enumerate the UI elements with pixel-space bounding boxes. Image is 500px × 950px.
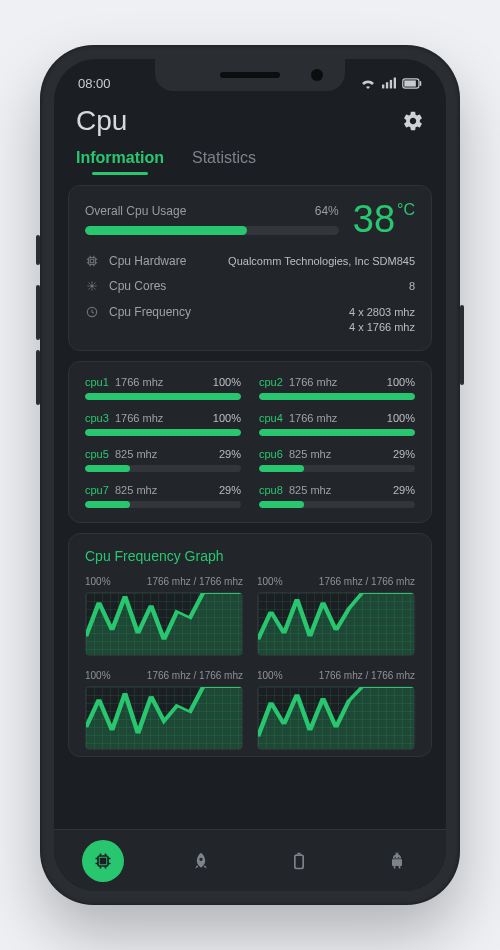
tab-information[interactable]: Information bbox=[76, 149, 164, 175]
svg-point-17 bbox=[90, 285, 94, 289]
cpu-graph-1: 100% 1766 mhz / 1766 mhz bbox=[85, 576, 243, 656]
svg-rect-3 bbox=[394, 78, 396, 89]
android-icon bbox=[387, 851, 407, 871]
page-title: Cpu bbox=[76, 105, 127, 137]
nav-cpu[interactable] bbox=[82, 840, 124, 882]
frequency-graph-card: Cpu Frequency Graph 100% 1766 mhz / 1766… bbox=[68, 533, 432, 757]
clock: 08:00 bbox=[78, 76, 111, 91]
svg-rect-41 bbox=[295, 855, 303, 868]
tab-statistics[interactable]: Statistics bbox=[192, 149, 256, 175]
svg-rect-32 bbox=[101, 858, 106, 863]
rocket-icon bbox=[191, 851, 211, 871]
cpu-temperature: 38°C bbox=[353, 200, 415, 238]
svg-rect-1 bbox=[386, 82, 388, 88]
nav-boost[interactable] bbox=[180, 840, 222, 882]
svg-line-25 bbox=[94, 283, 96, 285]
signal-icon bbox=[382, 77, 396, 89]
core-8: cpu8 825 mhz 29% bbox=[259, 484, 415, 508]
cpu-graph-4: 100% 1766 mhz / 1766 mhz bbox=[257, 670, 415, 750]
core-2: cpu2 1766 mhz 100% bbox=[259, 376, 415, 400]
svg-marker-28 bbox=[258, 593, 414, 655]
device-notch bbox=[155, 59, 345, 91]
cpu-graph-3: 100% 1766 mhz / 1766 mhz bbox=[85, 670, 243, 750]
battery-icon bbox=[402, 78, 422, 89]
chip-icon bbox=[93, 851, 113, 871]
wifi-icon bbox=[360, 77, 376, 89]
battery-icon bbox=[289, 851, 309, 871]
settings-icon[interactable] bbox=[402, 110, 424, 132]
core-3: cpu3 1766 mhz 100% bbox=[85, 412, 241, 436]
cpu-graph-2: 100% 1766 mhz / 1766 mhz bbox=[257, 576, 415, 656]
svg-rect-2 bbox=[390, 80, 392, 89]
core-1: cpu1 1766 mhz 100% bbox=[85, 376, 241, 400]
core-5: cpu5 825 mhz 29% bbox=[85, 448, 241, 472]
chip-icon bbox=[85, 254, 99, 268]
core-7: cpu7 825 mhz 29% bbox=[85, 484, 241, 508]
svg-rect-5 bbox=[404, 80, 416, 86]
svg-rect-0 bbox=[382, 85, 384, 89]
tabs: Information Statistics bbox=[54, 139, 446, 179]
cores-row: Cpu Cores 8 bbox=[85, 279, 415, 294]
bottom-nav bbox=[54, 829, 446, 891]
svg-rect-8 bbox=[90, 259, 94, 263]
overview-card: Overall Cpu Usage 64% 38°C Cpu Hardware … bbox=[68, 185, 432, 351]
usage-percent: 64% bbox=[315, 204, 339, 218]
hardware-row: Cpu Hardware Qualcomm Technologies, Inc … bbox=[85, 254, 415, 269]
usage-bar bbox=[85, 226, 339, 235]
core-6: cpu6 825 mhz 29% bbox=[259, 448, 415, 472]
frequency-row: Cpu Frequency 4 x 2803 mhz4 x 1766 mhz bbox=[85, 305, 415, 336]
svg-rect-6 bbox=[420, 81, 422, 86]
frequency-icon bbox=[85, 305, 99, 319]
svg-line-22 bbox=[89, 283, 91, 285]
usage-label: Overall Cpu Usage bbox=[85, 204, 186, 218]
svg-line-24 bbox=[89, 288, 91, 290]
graph-title: Cpu Frequency Graph bbox=[85, 548, 415, 564]
nav-system[interactable] bbox=[376, 840, 418, 882]
cores-icon bbox=[85, 279, 99, 293]
nav-battery[interactable] bbox=[278, 840, 320, 882]
svg-line-23 bbox=[94, 288, 96, 290]
svg-rect-7 bbox=[89, 258, 96, 265]
cores-card: cpu1 1766 mhz 100% cpu2 1766 mhz 100% cp… bbox=[68, 361, 432, 523]
core-4: cpu4 1766 mhz 100% bbox=[259, 412, 415, 436]
